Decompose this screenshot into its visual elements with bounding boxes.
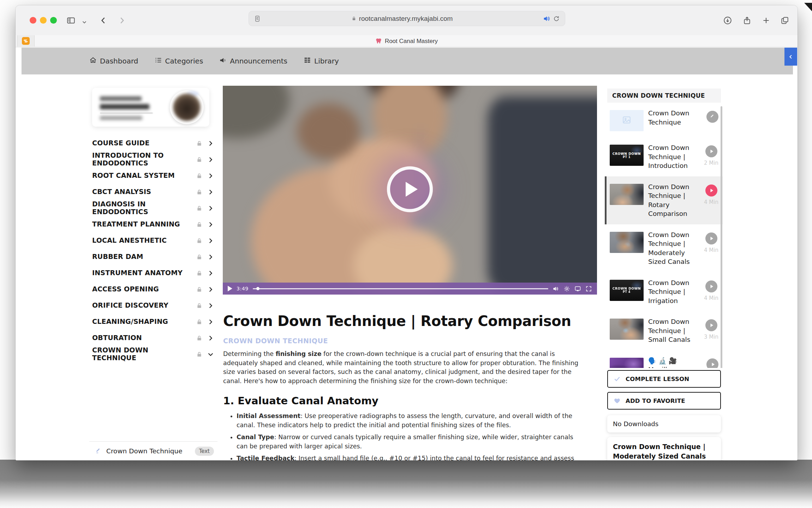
lock-icon: [196, 286, 203, 293]
module-row[interactable]: CROWN DOWN TECHNIQUE: [92, 346, 214, 362]
pencil-icon: [95, 447, 102, 455]
play-icon: [711, 362, 716, 367]
play-icon: [709, 188, 714, 193]
library-icon: [304, 56, 311, 66]
lock-icon: [196, 254, 203, 260]
close-window-button[interactable]: [30, 17, 36, 24]
safari-window: rootcanalmastery.mykajabi.com: [16, 5, 798, 460]
screenshot-root: rootcanalmastery.mykajabi.com: [0, 0, 812, 508]
tab-overview-icon[interactable]: [780, 16, 789, 25]
module-row[interactable]: TREATMENT PLANNING: [92, 216, 214, 232]
seek-bar[interactable]: [253, 288, 548, 289]
avatar[interactable]: [170, 90, 204, 124]
profile-progress-bar: [100, 113, 153, 114]
playlist-item[interactable]: CROWN DOWN PT 4 Crown Down Technique | I…: [605, 272, 723, 312]
play-icon: [709, 236, 714, 241]
reload-icon[interactable]: [553, 15, 560, 22]
collapse-panel-button[interactable]: [784, 48, 797, 66]
playlist-item-duration: 4 Min: [704, 295, 718, 301]
bullet-item: Tactile Feedback: Insert a small hand fi…: [237, 454, 586, 460]
audio-playing-icon[interactable]: [543, 15, 551, 23]
volume-icon[interactable]: [553, 285, 559, 292]
playlist-item-button[interactable]: [705, 319, 717, 331]
reader-view-icon[interactable]: [254, 15, 261, 23]
playlist-item-button[interactable]: [705, 280, 717, 292]
module-row[interactable]: ORIFICE DISCOVERY: [92, 297, 214, 314]
module-row[interactable]: ROOT CANAL SYSTEM: [92, 168, 214, 184]
chevron-right-icon: [207, 319, 214, 325]
share-icon[interactable]: [742, 16, 752, 25]
chevron-down-icon[interactable]: [81, 18, 88, 27]
playlist-item[interactable]: CROWN DOWN PT 1 Crown Down Technique | I…: [605, 137, 723, 176]
lock-icon: [196, 221, 203, 228]
module-row[interactable]: OBTURATION: [92, 330, 214, 346]
playlist-header: CROWN DOWN TECHNIQUE: [607, 89, 721, 103]
url-bar[interactable]: rootcanalmastery.mykajabi.com: [249, 11, 565, 26]
thumbnail: [610, 232, 644, 253]
module-label: TREATMENT PLANNING: [92, 220, 188, 228]
module-row[interactable]: CLEANING/SHAPING: [92, 314, 214, 330]
module-row[interactable]: INSTRUMENT ANATOMY: [92, 265, 214, 281]
add-to-favorite-label: ADD TO FAVORITE: [626, 398, 685, 404]
nav-item[interactable]: Categories: [155, 56, 203, 66]
playlist-item[interactable]: Crown Down Technique | Small Canals 3 Mi…: [605, 311, 723, 350]
chevron-right-icon: [207, 270, 214, 277]
module-row[interactable]: COURSE GUIDE: [92, 135, 214, 151]
playlist-item-title: Crown Down Technique | Rotary Comparison: [648, 182, 699, 218]
nav-item[interactable]: Announcements: [219, 56, 287, 66]
module-row[interactable]: INTRODUCTION TO ENDODONTICS: [92, 151, 214, 168]
sidebar-toggle-icon[interactable]: [66, 16, 76, 25]
lock-icon: [196, 335, 203, 341]
lesson-title: Crown Down Technique | Rotary Comparison: [223, 313, 586, 329]
tooth-heart-icon: [375, 38, 382, 44]
airplay-icon[interactable]: [574, 285, 581, 292]
zoom-window-button[interactable]: [50, 17, 57, 24]
active-tab-title[interactable]: Root Canal Mastery: [16, 35, 798, 47]
module-row[interactable]: RUBBER DAM: [92, 249, 214, 265]
next-lesson-card[interactable]: Crown Down Technique | Moderately Sized …: [607, 437, 721, 460]
playlist-item-button[interactable]: [705, 232, 717, 244]
thumbnail: CROWN DOWN PT 1: [610, 145, 644, 166]
heart-icon: [614, 397, 621, 404]
module-row[interactable]: ACCESS OPENING: [92, 281, 214, 297]
complete-lesson-button[interactable]: COMPLETE LESSON: [607, 370, 721, 388]
module-label: CBCT ANALYSIS: [92, 188, 188, 196]
playlist-item-duration: 3 Min: [704, 334, 718, 340]
lock-icon: [196, 319, 203, 325]
back-icon[interactable]: [99, 16, 108, 25]
playlist-item-duration: 4 Min: [704, 199, 718, 205]
module-row[interactable]: CBCT ANALYSIS: [92, 184, 214, 200]
module-row[interactable]: DIAGNOSIS IN ENDODONTICS: [92, 200, 214, 216]
play-overlay-button[interactable]: [387, 166, 433, 212]
playlist-item-button[interactable]: [705, 145, 717, 157]
playlist-item-button[interactable]: [706, 111, 718, 123]
lock-icon: [196, 270, 203, 277]
chevron-right-icon: [207, 189, 214, 195]
sublesson-list: Crown Down Technique Text Crown Down Tec…: [89, 441, 217, 460]
chevron-right-icon: [207, 140, 214, 147]
fullscreen-icon[interactable]: [585, 285, 592, 292]
module-label: CLEANING/SHAPING: [92, 318, 188, 326]
sublesson-row[interactable]: Crown Down Technique Text: [89, 441, 217, 460]
add-to-favorite-button[interactable]: ADD TO FAVORITE: [607, 392, 721, 410]
playlist-item-title: Crown Down Technique: [648, 109, 702, 131]
nav-item[interactable]: Library: [304, 56, 339, 66]
pencil-icon: [710, 113, 715, 120]
module-row[interactable]: LOCAL ANESTHETIC: [92, 232, 214, 249]
playlist-item[interactable]: Crown Down Technique | Rotary Comparison…: [605, 176, 723, 224]
nav-item-label: Categories: [165, 57, 203, 65]
playlist-item[interactable]: Crown Down Technique | Moderately Sized …: [605, 224, 723, 272]
settings-gear-icon[interactable]: [563, 285, 570, 292]
minimize-window-button[interactable]: [40, 17, 47, 24]
video-player[interactable]: 3:49: [223, 86, 597, 295]
downloads-icon[interactable]: [723, 16, 732, 25]
play-button[interactable]: [228, 286, 232, 291]
nav-item[interactable]: Dashboard: [89, 56, 138, 66]
new-tab-icon[interactable]: [762, 16, 771, 25]
seek-handle[interactable]: [256, 287, 259, 290]
forward-icon[interactable]: [117, 16, 126, 25]
play-icon: [709, 323, 714, 328]
playlist-item-button[interactable]: [705, 185, 717, 196]
lesson-category-link[interactable]: CROWN DOWN TECHNIQUE: [223, 337, 586, 345]
playlist-item[interactable]: Crown Down Technique: [605, 103, 723, 137]
